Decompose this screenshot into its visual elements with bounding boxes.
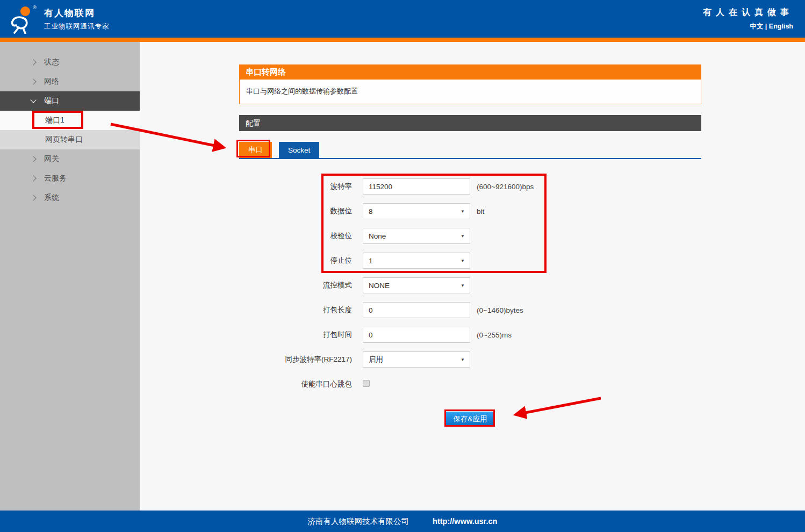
sync-baudrate-select[interactable]: 启用▼ [363,351,470,368]
form-label: 同步波特率(RF2217) [239,355,352,364]
form-label: 校验位 [239,231,352,241]
serial-form: 波特率(600~921600)bps数据位8▼bit校验位None▼停止位1▼流… [239,178,701,392]
footer-company: 济南有人物联网技术有限公司 [308,516,409,527]
select-value: 1 [369,257,373,265]
footer-url-link[interactable]: http://www.usr.cn [433,517,497,526]
slogan: 有人在认真做事 [703,7,793,18]
caret-down-icon: ▼ [461,357,465,362]
data-bits-select[interactable]: 8▼ [363,203,470,219]
sidebar-item-2[interactable]: 端口 [0,91,140,111]
lang-en-link[interactable]: English [769,23,793,30]
sidebar-item-label: 端口1 [45,116,64,125]
sidebar-item-5[interactable]: 网关 [0,149,140,169]
form-row-packing-time: 打包时间(0~255)ms [239,327,701,343]
form-row-flow-control: 流控模式NONE▼ [239,277,701,293]
packing-time-input[interactable] [363,327,470,343]
form-label: 停止位 [239,256,352,265]
language-switch: 中文 | English [703,22,793,31]
form-hint: (0~1460)bytes [477,306,523,314]
sidebar-item-label: 网页转串口 [45,135,83,145]
form-label: 数据位 [239,206,352,216]
app-footer: 济南有人物联网技术有限公司 http://www.usr.cn [0,511,805,532]
select-value: 启用 [369,355,383,364]
caret-down-icon: ▼ [461,209,465,214]
chevron-right-icon [30,78,36,84]
caret-down-icon: ▼ [461,258,465,263]
sidebar-item-4[interactable]: 网页转串口 [0,130,140,149]
form-row-heartbeat-enable: 使能串口心跳包 [239,376,701,392]
tab-bar: 串口 Socket [239,142,701,159]
form-row-parity: 校验位None▼ [239,228,701,244]
chevron-right-icon [30,195,36,200]
orange-accent-strip [0,38,805,42]
app-header: ® 有人物联网 工业物联网通讯专家 有人在认真做事 中文 | English [0,0,805,38]
caret-down-icon: ▼ [461,283,465,288]
form-hint: bit [477,207,484,215]
select-value: 8 [369,207,373,215]
lang-zh-link[interactable]: 中文 [750,23,763,30]
save-apply-button[interactable]: 保存&应用 [445,412,494,426]
chevron-down-icon [30,97,36,103]
baud-rate-input[interactable] [363,178,470,195]
packing-length-input[interactable] [363,302,470,318]
brand-subtitle: 工业物联网通讯专家 [44,22,110,31]
select-value: NONE [369,282,390,290]
page-description: 串口与网络之间的数据传输参数配置 [239,80,701,104]
sidebar-item-label: 云服务 [44,174,67,183]
sidebar: 状态网络端口端口1网页转串口网关云服务系统 [0,42,140,511]
heartbeat-enable-checkbox[interactable] [363,380,370,387]
form-label: 流控模式 [239,281,352,290]
tab-socket[interactable]: Socket [279,142,319,158]
form-hint: (0~255)ms [477,331,512,339]
tab-serial[interactable]: 串口 [239,142,272,158]
lang-divider: | [765,23,767,30]
form-row-stop-bits: 停止位1▼ [239,253,701,269]
form-label: 打包长度 [239,305,352,315]
main-content: 串口转网络 串口与网络之间的数据传输参数配置 配置 串口 Socket 波特率(… [140,42,805,511]
registered-mark: ® [33,5,37,10]
chevron-right-icon [30,156,36,162]
sidebar-item-label: 网关 [44,154,59,164]
parity-select[interactable]: None▼ [363,228,470,244]
section-title: 配置 [239,115,701,131]
usr-logo-icon: ® [8,4,38,34]
stop-bits-select[interactable]: 1▼ [363,253,470,269]
chevron-right-icon [30,59,36,65]
form-label: 波特率 [239,182,352,191]
sidebar-item-label: 状态 [44,57,59,67]
form-row-baud-rate: 波特率(600~921600)bps [239,178,701,195]
page: ® 有人物联网 工业物联网通讯专家 有人在认真做事 中文 | English 状… [0,0,805,532]
form-row-sync-baudrate: 同步波特率(RF2217)启用▼ [239,351,701,368]
sidebar-item-label: 端口 [44,96,59,106]
brand-title: 有人物联网 [44,7,110,19]
sidebar-item-1[interactable]: 网络 [0,72,140,91]
form-row-packing-length: 打包长度(0~1460)bytes [239,302,701,318]
form-label: 使能串口心跳包 [239,379,352,389]
chevron-right-icon [30,175,36,181]
form-hint: (600~921600)bps [477,183,534,191]
form-label: 打包时间 [239,330,352,340]
form-row-data-bits: 数据位8▼bit [239,203,701,219]
page-title: 串口转网络 [239,64,701,80]
flow-control-select[interactable]: NONE▼ [363,277,470,293]
caret-down-icon: ▼ [461,234,465,239]
sidebar-item-0[interactable]: 状态 [0,53,140,72]
sidebar-item-3[interactable]: 端口1 [0,111,140,130]
sidebar-item-label: 网络 [44,77,59,87]
select-value: None [369,232,386,240]
sidebar-item-6[interactable]: 云服务 [0,169,140,188]
sidebar-item-7[interactable]: 系统 [0,188,140,207]
sidebar-item-label: 系统 [44,193,59,203]
